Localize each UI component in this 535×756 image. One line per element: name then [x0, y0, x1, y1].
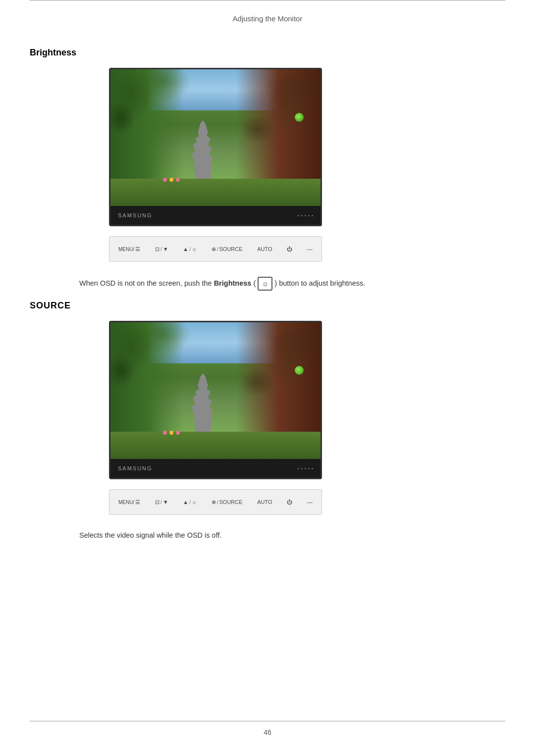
auto-label-2: AUTO: [257, 499, 272, 505]
up-arrow-2: ▲: [183, 499, 188, 505]
flower-pink-3: [163, 431, 167, 435]
desc-before: When OSD is not on the screen, push the: [79, 279, 214, 287]
source-control: ⊕ / SOURCE: [212, 246, 243, 252]
slash-1: /: [160, 247, 162, 252]
up-arrow: ▲: [183, 246, 188, 252]
samsung-logo-1: SAMSUNG: [118, 212, 153, 218]
menu-icon: ☰: [135, 246, 140, 252]
source-icon-2: ⊕: [212, 499, 216, 505]
auto-label: AUTO: [257, 246, 272, 252]
ground-2: [110, 432, 321, 459]
monitor-screen-1: [110, 69, 321, 206]
dot-9: [308, 468, 310, 469]
control-bar-1: MENU/ ☰ ⊡ / ▼ ▲ / ☼ ⊕ / SOURCE: [109, 236, 322, 262]
minus-icon-1: —: [307, 246, 313, 252]
samsung-logo-2: SAMSUNG: [118, 465, 153, 471]
flower-yellow-1: [169, 178, 173, 182]
brightness-heading: Brightness: [30, 48, 505, 58]
minus-control-1: —: [307, 246, 313, 252]
page-footer: 46: [30, 721, 505, 736]
monitor-bottom-bar-2: SAMSUNG: [110, 459, 321, 478]
monitor-dots-1: [298, 215, 313, 216]
dot-3: [305, 215, 306, 216]
flower-pink-4: [176, 431, 180, 435]
monitor-bottom-bar-1: SAMSUNG: [110, 206, 321, 225]
slash-3: /: [217, 247, 218, 252]
ch-control-2: ⊡ / ▼: [155, 499, 168, 505]
menu-label: MENU/: [118, 247, 134, 252]
page-number: 46: [264, 728, 271, 736]
monitor-dots-2: [298, 468, 313, 469]
source-label: SOURCE: [219, 246, 243, 252]
source-icon: ⊕: [212, 246, 216, 252]
pagoda-2: [190, 370, 215, 432]
power-icon-1: ⏻: [287, 246, 292, 252]
auto-control-2: AUTO: [257, 499, 272, 505]
dot-4: [308, 215, 310, 216]
source-description: Selects the video signal while the OSD i…: [79, 530, 505, 541]
source-control-2: ⊕ / SOURCE: [212, 499, 243, 505]
dot-8: [305, 468, 306, 469]
brightness-button-icon: ☼: [258, 277, 272, 291]
down-arrow-2: ▼: [163, 499, 168, 505]
page-title: Adjusting the Monitor: [233, 14, 303, 23]
slash-6: /: [217, 500, 218, 505]
flower-pink-1: [163, 178, 167, 182]
power-control-1: ⏻: [287, 246, 292, 252]
flower-yellow-2: [169, 431, 173, 435]
menu-label-2: MENU/: [118, 500, 134, 505]
source-section: SOURCE SAM: [30, 301, 505, 541]
header-border: Adjusting the Monitor: [30, 0, 505, 33]
pagoda-1: [190, 117, 215, 179]
monitor-screen-2: [110, 322, 321, 459]
brightness-sun-2: ☼: [192, 499, 197, 505]
paren-open: (: [253, 278, 256, 289]
desc-after: ) button to adjust brightness.: [274, 279, 365, 287]
dot-1: [298, 215, 299, 216]
slash-5: /: [189, 500, 191, 505]
minus-control-2: —: [307, 499, 313, 505]
brightness-description: When OSD is not on the screen, push the …: [79, 277, 505, 291]
brightness-sun: ☼: [192, 246, 197, 252]
slash-4: /: [160, 500, 162, 505]
source-label-2: SOURCE: [219, 499, 243, 505]
dot-7: [301, 468, 303, 469]
flower-pink-2: [176, 178, 180, 182]
ground-1: [110, 179, 321, 206]
menu-control-2: MENU/ ☰: [118, 499, 140, 505]
slash-2: /: [189, 247, 191, 252]
brightness-monitor-image: SAMSUNG: [109, 68, 322, 226]
brightness-section: Brightness: [30, 48, 505, 291]
brightness-inline-icon: ( ☼: [253, 277, 272, 291]
ch-icon: ⊡: [155, 246, 160, 252]
auto-control: AUTO: [257, 246, 272, 252]
brightness-control-2: ▲ / ☼: [183, 499, 197, 505]
ch-control: ⊡ / ▼: [155, 246, 168, 252]
brightness-control: ▲ / ☼: [183, 246, 197, 252]
page-header: Adjusting the Monitor: [30, 7, 505, 33]
dot-10: [312, 468, 313, 469]
minus-icon-2: —: [307, 499, 313, 505]
ch-icon-2: ⊡: [155, 499, 160, 505]
dot-5: [312, 215, 313, 216]
menu-control: MENU/ ☰: [118, 246, 140, 252]
down-arrow: ▼: [163, 246, 168, 252]
power-control-2: ⏻: [287, 499, 292, 505]
flowers-1: [163, 178, 180, 182]
source-monitor-image: SAMSUNG: [109, 321, 322, 479]
main-content: Brightness: [0, 33, 535, 541]
dot-2: [301, 215, 303, 216]
control-bar-2: MENU/ ☰ ⊡ / ▼ ▲ / ☼ ⊕ / SOURCE: [109, 489, 322, 515]
dot-6: [298, 468, 299, 469]
menu-icon-2: ☰: [135, 499, 140, 505]
brightness-bold: Brightness: [214, 279, 252, 287]
source-heading: SOURCE: [30, 301, 505, 311]
page: Adjusting the Monitor Brightness: [0, 0, 535, 756]
power-icon-2: ⏻: [287, 499, 292, 505]
flowers-2: [163, 431, 180, 435]
